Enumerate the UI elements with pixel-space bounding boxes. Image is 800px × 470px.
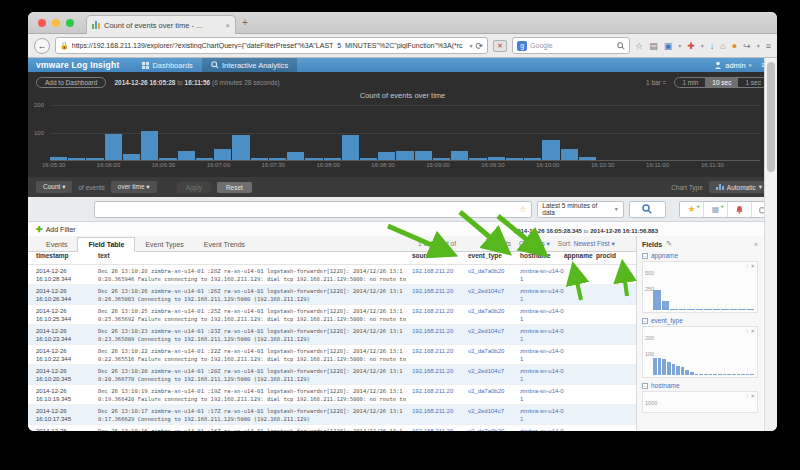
table-row[interactable]: 2014-12-2616:10:17.345Dec 26 13:10:17 zi… <box>28 405 636 425</box>
cell-event-type-link[interactable]: v2_da7a0b20 <box>468 345 520 364</box>
tab-field-table[interactable]: Field Table <box>77 237 135 252</box>
run-search-button[interactable] <box>629 201 666 218</box>
table-row[interactable]: 2014-12-2616:10:22.344Dec 26 13:10:22 zi… <box>28 345 636 365</box>
column-header-procid[interactable]: procid <box>596 252 622 264</box>
column-header-appname[interactable]: appname <box>564 252 596 264</box>
cell-hostname-link[interactable]: zimbra-sn-u14-01 <box>520 325 564 344</box>
vertical-scrollbar[interactable] <box>764 58 777 431</box>
create-alert-button[interactable] <box>728 202 752 217</box>
tab-events[interactable]: Events <box>36 238 77 251</box>
cell-hostname-link[interactable]: zimbra-sn-u14-01 <box>520 425 564 431</box>
query-search-input[interactable]: ☆ <box>94 201 532 218</box>
field-name-link[interactable]: event_type <box>651 317 683 324</box>
add-to-dashboard-button[interactable]: Add to Dashboard <box>36 77 106 88</box>
pocket-icon[interactable]: ↪ <box>743 41 751 51</box>
scrollbar-thumb[interactable] <box>767 62 775 172</box>
cell-hostname-link[interactable]: zimbra-sn-u14-01 <box>520 365 564 384</box>
tab-event-types[interactable]: Event Types <box>135 238 193 251</box>
firebug-icon[interactable]: ● <box>732 41 737 51</box>
cell-source-link[interactable]: 192.168.211.20 <box>412 425 468 431</box>
columns-dropdown[interactable]: Columns ▾ <box>519 240 550 248</box>
remove-field-icon[interactable]: ✕ <box>750 393 755 399</box>
cell-source-link[interactable]: 192.168.211.20 <box>412 365 468 384</box>
reset-button[interactable]: Reset <box>217 182 252 193</box>
edit-fields-icon[interactable]: ✎ <box>666 240 672 248</box>
cell-hostname-link[interactable]: zimbra-sn-u14-01 <box>520 305 564 324</box>
field-mini-chart-hostname[interactable]: ↑ ✕1000 <box>642 391 758 413</box>
user-menu[interactable]: admin▾ <box>714 61 751 70</box>
tab-event-trends[interactable]: Event Trends <box>194 238 255 251</box>
cell-event-type-link[interactable]: v2_2ed104c7 <box>468 365 520 384</box>
events-over-time-chart[interactable]: 200 100 <box>50 102 760 160</box>
bar-10sec-option[interactable]: 10 sec <box>705 78 738 87</box>
bookmarks-panel-icon[interactable]: ▤ <box>649 41 658 51</box>
browser-search-box[interactable]: g Google <box>512 37 630 54</box>
url-dropdown-icon[interactable]: ▾ <box>470 42 473 49</box>
blocked-plugin-icon[interactable]: ✕ <box>493 40 507 52</box>
add-dashboard-chart-button[interactable]: ▦+ <box>704 202 728 217</box>
remove-field-icon[interactable]: ✕ <box>750 328 755 334</box>
bar-1min-option[interactable]: 1 min <box>675 78 705 87</box>
column-header-event_type[interactable]: event_type <box>468 252 520 264</box>
bar-size-segmented-control[interactable]: 1 min 10 sec 1 sec <box>674 77 769 88</box>
groupby-dropdown[interactable]: over time ▾ <box>111 181 157 193</box>
cell-event-type-link[interactable]: v2_da7a0b20 <box>468 265 520 284</box>
cell-source-link[interactable]: 192.168.211.20 <box>412 305 468 324</box>
column-header-hostname[interactable]: hostname <box>520 252 564 264</box>
cell-source-link[interactable]: 192.168.211.20 <box>412 345 468 364</box>
table-row[interactable]: 2014-12-2616:10:25.344Dec 26 13:10:25 zi… <box>28 305 636 325</box>
field-name-link[interactable]: appname <box>651 252 678 259</box>
collapse-field-icon[interactable]: − <box>642 253 648 259</box>
url-text[interactable]: https://192.168.211.139/explorer/?existi… <box>72 42 467 49</box>
table-row[interactable]: 2014-12-2616:10:23.344Dec 26 13:10:23 zi… <box>28 325 636 345</box>
browser-tab[interactable]: Count of events over time - ... × <box>86 15 236 34</box>
url-bar[interactable]: 🔒 https://192.168.211.139/explorer/?exis… <box>55 37 488 54</box>
table-row[interactable]: 2014-12-2616:10:19.345Dec 26 13:10:19 zi… <box>28 385 636 405</box>
sort-dropdown[interactable]: Newest First ▾ <box>574 240 615 248</box>
function-dropdown[interactable]: Count ▾ <box>36 181 72 193</box>
extract-field-icon[interactable]: ↑ <box>746 393 749 399</box>
cell-hostname-link[interactable]: zimbra-sn-u14-01 <box>520 265 564 284</box>
downloads-icon[interactable]: ↓ <box>710 41 715 51</box>
cell-hostname-link[interactable]: zimbra-sn-u14-01 <box>520 285 564 304</box>
search-icon[interactable] <box>617 42 625 50</box>
nav-interactive-analytics[interactable]: Interactive Analytics <box>202 58 297 72</box>
minimize-window-button[interactable] <box>52 19 60 27</box>
add-filter-button[interactable]: ✚Add Filter <box>36 225 76 234</box>
pocket-caret-icon[interactable]: ▾ <box>757 42 760 49</box>
column-header-source[interactable]: source <box>412 252 468 264</box>
column-header-timestamp[interactable]: timestamp <box>36 252 98 264</box>
cell-source-link[interactable]: 192.168.211.20 <box>412 285 468 304</box>
zoom-window-button[interactable] <box>66 19 74 27</box>
field-name-link[interactable]: hostname <box>651 382 680 389</box>
save-icon[interactable]: ▣ <box>664 41 673 51</box>
field-mini-chart-event_type[interactable]: ↑ ✕200100 <box>642 326 758 378</box>
nav-dashboards[interactable]: Dashboards <box>133 58 201 72</box>
bookmark-star-icon[interactable]: ☆ <box>635 41 643 51</box>
cell-source-link[interactable]: 192.168.211.20 <box>412 385 468 404</box>
cell-source-link[interactable]: 192.168.211.20 <box>412 325 468 344</box>
chart-bars[interactable] <box>50 102 760 160</box>
collapse-panel-icon[interactable]: » <box>754 241 758 248</box>
menu-icon[interactable]: ≡ <box>766 41 771 51</box>
cell-event-type-link[interactable]: v2_da7a0b20 <box>468 305 520 324</box>
collapse-field-icon[interactable]: − <box>642 383 648 389</box>
home-icon[interactable]: ⌂ <box>720 41 725 51</box>
cell-hostname-link[interactable]: zimbra-sn-u14-01 <box>520 405 564 424</box>
extract-field-icon[interactable]: ↑ <box>746 263 749 269</box>
new-tab-button[interactable]: + <box>242 18 248 28</box>
table-row[interactable]: 2014-12-2616:10:26.344Dec 26 13:10:26 zi… <box>28 285 636 305</box>
close-tab-icon[interactable]: × <box>225 21 230 30</box>
save-caret-icon[interactable]: ▾ <box>678 42 681 49</box>
cell-source-link[interactable]: 192.168.211.20 <box>412 405 468 424</box>
field-mini-chart-appname[interactable]: ↑ ✕500250 <box>642 261 758 313</box>
remove-field-icon[interactable]: ✕ <box>750 263 755 269</box>
back-button[interactable]: ← <box>34 38 50 54</box>
table-row[interactable]: 2014-12-2616:10:16.345Dec 26 13:10:16 zi… <box>28 425 636 431</box>
cell-source-link[interactable]: 192.168.211.20 <box>412 265 468 284</box>
column-header-text[interactable]: text <box>98 252 412 264</box>
cell-hostname-link[interactable]: zimbra-sn-u14-01 <box>520 385 564 404</box>
favorite-query-star-icon[interactable]: ☆ <box>519 205 526 214</box>
cell-event-type-link[interactable]: v2_2ed104c7 <box>468 285 520 304</box>
close-window-button[interactable] <box>38 19 46 27</box>
